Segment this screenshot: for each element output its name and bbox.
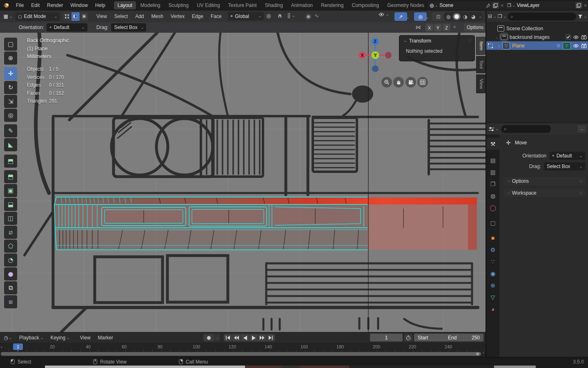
- shading-wireframe-icon[interactable]: ◍: [445, 14, 452, 20]
- eye-visibility-icon[interactable]: [573, 44, 579, 48]
- shading-material-icon[interactable]: ◑: [461, 14, 469, 20]
- play-button[interactable]: [249, 334, 258, 341]
- workspace-tab-shading[interactable]: Shading: [261, 1, 287, 9]
- menu-view[interactable]: View: [76, 332, 94, 343]
- workspace-tab-geometry-nodes[interactable]: Geometry Nodes: [383, 1, 428, 9]
- remove-view-layer-icon[interactable]: ✕: [584, 3, 587, 8]
- transform-panel-title[interactable]: Transform: [409, 38, 468, 44]
- workspace-tab-texture-paint[interactable]: Texture Paint: [225, 1, 261, 9]
- pan-hand-icon[interactable]: [393, 77, 404, 88]
- menu-edit[interactable]: Edit: [27, 0, 43, 11]
- edge-select-mode-button[interactable]: [71, 12, 80, 21]
- snap-magnet-icon[interactable]: ∩: [278, 13, 282, 19]
- blender-logo-icon[interactable]: [0, 2, 12, 8]
- menu-help[interactable]: Help: [91, 0, 109, 11]
- props-tab-render[interactable]: ▤: [486, 154, 499, 166]
- new-view-layer-icon[interactable]: [575, 2, 582, 9]
- tool-measure[interactable]: ◣: [4, 138, 17, 151]
- object-name[interactable]: Plane: [512, 43, 554, 49]
- pin-icon[interactable]: [486, 3, 490, 8]
- gizmos-dropdown[interactable]: ⌄: [406, 16, 410, 19]
- tool-add-cube[interactable]: ⬒: [4, 155, 17, 168]
- editor-type-timeline-icon[interactable]: ◷⌄: [0, 335, 16, 341]
- jump-to-start-button[interactable]: [224, 334, 232, 341]
- modifier-wrench-icon[interactable]: ⚙: [556, 43, 561, 49]
- props-tab-world[interactable]: ◯: [486, 202, 499, 213]
- outliner-row-plane[interactable]: ⌄ ▽ Plane ⚙ ▽: [486, 41, 588, 50]
- scene-name[interactable]: Scene: [439, 2, 484, 8]
- expand-icon[interactable]: ⌄: [497, 44, 500, 48]
- drag-dropdown[interactable]: Select Box ⌄: [111, 23, 146, 31]
- tool-cursor[interactable]: ⊕: [4, 52, 17, 65]
- sidebar-tab-tool[interactable]: Tool: [476, 56, 486, 73]
- jump-prev-keyframe-button[interactable]: [232, 334, 241, 341]
- scene-icon[interactable]: ◍⌄: [430, 2, 438, 8]
- jump-next-keyframe-button[interactable]: [258, 334, 266, 341]
- workspace-panel-header[interactable]: ⌄ Workspace ∷: [503, 189, 586, 197]
- properties-search-input[interactable]: ⌕: [501, 125, 551, 133]
- zoom-icon[interactable]: [381, 77, 392, 88]
- view-layer-icon[interactable]: ❐⌄: [507, 3, 515, 8]
- shading-rendered-icon[interactable]: ◕: [470, 14, 477, 20]
- mode-selector[interactable]: ▢ Edit Mode ⌄: [16, 12, 60, 21]
- sidebar-tab-view[interactable]: View: [476, 74, 486, 93]
- timeline-ruler[interactable]: 20 40 60 80 100 120 140 160 180 200 220 …: [0, 343, 486, 352]
- checkbox-icon[interactable]: [566, 34, 571, 40]
- filter-funnel-icon[interactable]: ⌄: [578, 14, 587, 19]
- overlays-toggle[interactable]: ◎: [414, 12, 427, 21]
- tool-rotate[interactable]: ↻: [4, 81, 17, 94]
- props-tab-scene[interactable]: ◍: [486, 190, 499, 202]
- eye-visibility-icon[interactable]: [573, 35, 579, 39]
- props-tab-view-layer[interactable]: ❐: [486, 178, 499, 190]
- mirror-z-button[interactable]: Z: [443, 24, 450, 31]
- outliner-row-background-images[interactable]: ⌄ backround images: [486, 33, 588, 41]
- gizmo-z-neg-axis[interactable]: [372, 65, 379, 72]
- tool-orientation-dropdown[interactable]: ⌖ Default ⌄: [549, 152, 585, 160]
- drag-dropdown[interactable]: Select Box ⌄: [544, 162, 585, 171]
- menu-file[interactable]: File: [12, 0, 27, 11]
- tool-select-box[interactable]: ▢: [4, 38, 17, 51]
- editor-type-viewport-icon[interactable]: ▦⌄: [0, 13, 16, 19]
- tool-bevel[interactable]: ⬓: [4, 198, 17, 211]
- workspace-tab-layout[interactable]: Layout: [114, 1, 136, 9]
- props-tab-output[interactable]: ▥: [486, 166, 499, 178]
- timeline-scrollbar[interactable]: [1, 352, 481, 356]
- menu-vertex[interactable]: Vertex: [167, 11, 188, 22]
- current-frame-field[interactable]: 1: [370, 334, 403, 341]
- props-tab-material[interactable]: ◕: [486, 303, 499, 315]
- xray-toggle[interactable]: ⊡: [432, 12, 445, 21]
- proportional-falloff-icon[interactable]: ∿: [314, 13, 319, 19]
- playhead[interactable]: 1: [13, 343, 23, 350]
- menu-edge[interactable]: Edge: [188, 11, 207, 22]
- workspace-tab-uv-editing[interactable]: UV Editing: [193, 1, 224, 9]
- tool-transform[interactable]: ◎: [4, 109, 17, 122]
- menu-face[interactable]: Face: [207, 11, 225, 22]
- stopwatch-icon[interactable]: [404, 334, 412, 341]
- tool-scale[interactable]: ⇲: [4, 95, 17, 108]
- expand-arrow-icon[interactable]: ›: [1, 345, 2, 349]
- tool-orientation-dropdown[interactable]: ⌖ Default ⌄: [47, 23, 87, 31]
- tool-annotate[interactable]: ✎: [4, 124, 17, 137]
- menu-mesh[interactable]: Mesh: [148, 11, 167, 22]
- menu-playback[interactable]: Playback⌄: [16, 332, 47, 343]
- props-tab-object[interactable]: ■: [486, 232, 499, 244]
- props-tab-tool[interactable]: ⚒: [486, 138, 499, 150]
- tool-extrude-region[interactable]: ⬒: [4, 170, 17, 183]
- menu-marker[interactable]: Marker: [94, 332, 117, 343]
- pivot-point-icon[interactable]: ◎: [266, 13, 271, 19]
- outliner-display-mode-icon[interactable]: ⊟⌄: [488, 13, 496, 19]
- workspace-tab-animation[interactable]: Animation: [287, 1, 316, 9]
- editor-divider[interactable]: [486, 11, 486, 357]
- camera-view-icon[interactable]: [405, 77, 416, 88]
- gizmo-x-neg-axis[interactable]: [385, 52, 392, 58]
- orientation-gizmo[interactable]: Z X Y: [358, 38, 392, 72]
- transform-orientation-selector[interactable]: ⌖ Global ⌄: [228, 12, 264, 20]
- props-tab-constraints[interactable]: ⊛: [486, 279, 499, 291]
- menu-view[interactable]: View: [93, 11, 111, 22]
- play-reverse-button[interactable]: [241, 334, 249, 341]
- menu-select[interactable]: Select: [111, 11, 131, 22]
- show-hide-dropdown[interactable]: ⌄: [378, 12, 389, 17]
- collapse-panel-icon[interactable]: ⌄: [403, 39, 407, 43]
- menu-render[interactable]: Render: [43, 0, 67, 11]
- properties-options-icon[interactable]: ⌄: [577, 125, 586, 133]
